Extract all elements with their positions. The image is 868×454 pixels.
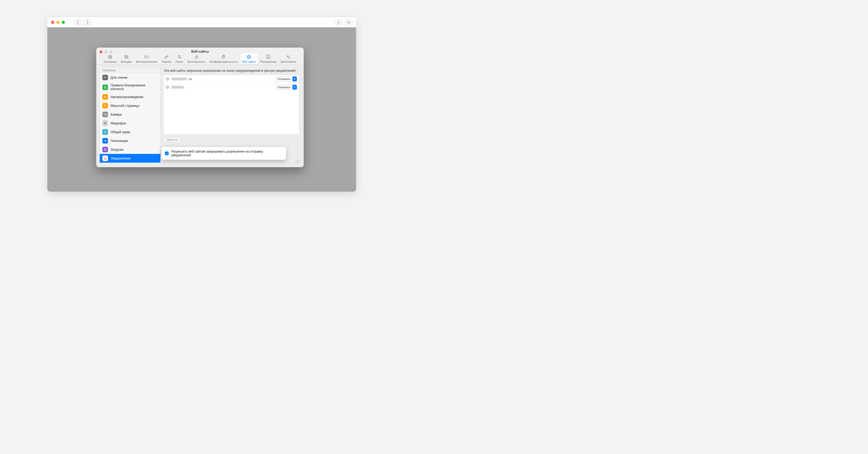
delete-button[interactable]: Удалить — [163, 137, 181, 142]
svg-rect-2 — [348, 22, 350, 23]
svg-marker-23 — [106, 114, 106, 115]
content-header: Эти веб-сайты запросили разрешение на по… — [164, 69, 299, 72]
tab-general[interactable]: Основные — [101, 54, 119, 64]
sidebar-item-label: Автовоспроизведение — [111, 95, 143, 99]
play-icon — [102, 94, 108, 100]
permission-value: Отказать — [276, 86, 292, 89]
window-close-button[interactable] — [51, 21, 54, 24]
sidebar-item-reader[interactable]: Для чтения — [100, 73, 160, 82]
allow-notifications-label: Разрешить веб-сайтам запрашивать разреше… — [171, 150, 283, 157]
preferences-window: Веб-сайты Основные Вкладки Автозаполнени… — [96, 47, 304, 167]
tab-label: Конфиденциальность — [210, 60, 238, 63]
sidebar-item-autoplay[interactable]: Автовоспроизведение — [100, 93, 160, 101]
tab-passwords[interactable]: Пароли — [159, 54, 174, 64]
window-minimize-button[interactable] — [56, 21, 60, 24]
svg-point-20 — [104, 105, 105, 106]
tab-label: Поиск — [176, 60, 183, 63]
reader-icon — [102, 75, 108, 80]
help-button[interactable]: ? — [295, 159, 300, 164]
shield-icon — [102, 85, 108, 90]
sidebar-item-label: Камера — [111, 113, 122, 117]
svg-marker-28 — [104, 140, 106, 142]
key-icon — [164, 55, 169, 59]
globe-icon — [166, 85, 169, 89]
svg-rect-4 — [125, 55, 127, 58]
svg-point-7 — [165, 57, 166, 58]
sidebar-item-label: Уведомления — [111, 157, 131, 160]
globe-icon — [166, 77, 169, 81]
bell-icon — [102, 156, 108, 161]
chevron-up-down-icon: ▲▼ — [292, 76, 297, 82]
websites-sidebar: Основные Для чтения Правила блокирования… — [99, 67, 161, 164]
allow-notifications-checkbox[interactable] — [165, 152, 168, 155]
site-row[interactable]: Отказать ▲▼ — [163, 83, 299, 91]
nav-back-button[interactable] — [74, 20, 82, 25]
sidebar-item-label: Масштаб страницы — [111, 104, 140, 108]
site-domain — [172, 86, 273, 89]
sidebar-item-screen-sharing[interactable]: Общий экран — [100, 128, 160, 136]
permission-select[interactable]: Отказать ▲▼ — [275, 76, 297, 82]
tabs-icon — [124, 55, 129, 59]
allow-notifications-row[interactable]: Разрешить веб-сайтам запрашивать разреше… — [162, 147, 286, 160]
screen-icon — [102, 129, 108, 135]
svg-point-3 — [110, 56, 111, 58]
tab-label: Безопасность — [187, 60, 205, 63]
svg-rect-10 — [195, 57, 197, 59]
download-icon — [102, 147, 108, 152]
sidebar-item-page-zoom[interactable]: Масштаб страницы — [100, 101, 160, 110]
mic-icon — [102, 121, 108, 126]
nav-forward-button[interactable] — [84, 20, 91, 25]
camera-icon — [102, 111, 108, 117]
tab-extensions[interactable]: Расширения — [258, 54, 278, 64]
svg-rect-5 — [126, 56, 128, 59]
svg-rect-22 — [104, 114, 106, 115]
window-traffic-lights — [51, 21, 65, 24]
sidebar-item-label: Общий экран — [111, 130, 130, 134]
tab-search[interactable]: Поиск — [174, 54, 185, 64]
share-icon[interactable] — [335, 20, 342, 25]
svg-point-14 — [287, 56, 289, 57]
tab-label: Автозаполнение — [136, 60, 157, 63]
tab-tabs[interactable]: Вкладки — [119, 54, 134, 64]
tab-websites[interactable]: Веб-сайты — [240, 54, 258, 64]
site-row[interactable]: .ru Отказать ▲▼ — [163, 75, 299, 83]
sidebar-item-notifications[interactable]: Уведомления — [100, 154, 160, 163]
gears-icon — [286, 55, 291, 59]
permission-select[interactable]: Отказать ▲▼ — [275, 85, 297, 90]
globe-icon — [247, 55, 251, 59]
svg-marker-19 — [104, 96, 106, 98]
svg-line-21 — [105, 106, 106, 106]
site-domain: .ru — [172, 77, 273, 81]
tab-label: Основные — [103, 60, 117, 63]
tabs-overview-icon[interactable] — [345, 20, 352, 25]
sidebar-section-header: Основные — [100, 67, 160, 73]
tab-autofill[interactable]: Автозаполнение — [134, 54, 159, 64]
preferences-title: Веб-сайты — [96, 50, 304, 54]
svg-rect-24 — [105, 122, 105, 123]
preferences-tabs: Основные Вкладки Автозаполнение Пароли — [96, 54, 304, 64]
tab-advanced[interactable]: Дополнения — [278, 54, 299, 64]
sidebar-item-camera[interactable]: Камера — [100, 110, 160, 119]
sidebar-item-location[interactable]: Геопозиция — [100, 136, 160, 145]
sidebar-item-label: Для чтения — [111, 76, 127, 79]
tab-security[interactable]: Безопасность — [185, 54, 208, 64]
tab-label: Веб-сайты — [242, 60, 256, 63]
tab-privacy[interactable]: Конфиденциальность — [208, 54, 240, 64]
sidebar-item-label: Правила блокирования контента — [111, 84, 158, 91]
sidebar-item-label: Геопозиция — [111, 139, 128, 143]
permission-value: Отказать — [276, 77, 292, 80]
sidebar-item-label: Микрофон — [111, 122, 126, 125]
sidebar-item-downloads[interactable]: Загрузки — [100, 145, 160, 154]
puzzle-icon — [266, 55, 271, 59]
svg-rect-26 — [104, 131, 106, 133]
sidebar-item-content-blockers[interactable]: Правила блокирования контента — [100, 82, 160, 93]
tab-label: Дополнения — [281, 60, 296, 63]
tab-label: Расширения — [260, 60, 276, 63]
site-list[interactable]: .ru Отказать ▲▼ — [163, 75, 300, 135]
svg-rect-1 — [347, 21, 349, 23]
browser-window: Веб-сайты Основные Вкладки Автозаполнени… — [47, 17, 356, 192]
autofill-icon — [144, 55, 149, 59]
sidebar-item-microphone[interactable]: Микрофон — [100, 119, 160, 128]
window-zoom-button[interactable] — [62, 21, 65, 24]
search-icon — [177, 55, 182, 59]
